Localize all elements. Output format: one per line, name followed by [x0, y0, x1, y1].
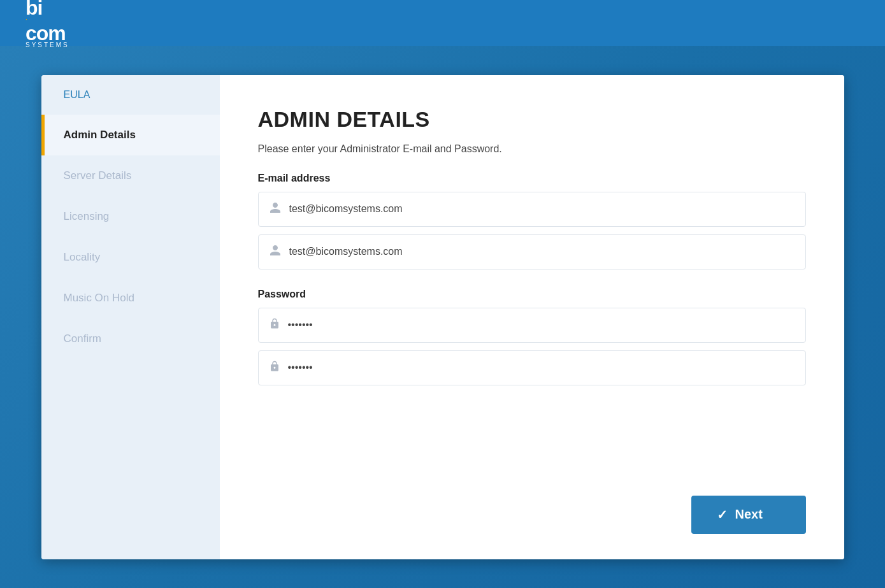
content-area: ADMIN DETAILS Please enter your Administ… [220, 75, 844, 559]
check-icon: ✓ [717, 507, 728, 522]
user-icon-1 [269, 201, 282, 217]
password-section: Password [258, 289, 806, 393]
logo-subtitle: SYSTEMS [25, 42, 69, 48]
sidebar-item-licensing[interactable]: Licensing [41, 196, 220, 237]
page-title: ADMIN DETAILS [258, 107, 806, 132]
sidebar-item-locality[interactable]: Locality [41, 237, 220, 278]
logo-dot: · [25, 17, 69, 23]
password-input-1-group [258, 308, 806, 343]
spacer [258, 393, 806, 477]
next-button[interactable]: ✓ Next [691, 496, 806, 534]
sidebar-item-music-on-hold[interactable]: Music On Hold [41, 278, 220, 319]
button-row: ✓ Next [258, 496, 806, 534]
password-input-2-group [258, 350, 806, 385]
email-section-label: E-mail address [258, 173, 806, 184]
email-input-2[interactable] [289, 246, 795, 257]
page-description: Please enter your Administrator E-mail a… [258, 143, 806, 155]
email-input-1[interactable] [289, 203, 795, 215]
email-input-1-group [258, 192, 806, 227]
sidebar-item-eula[interactable]: EULA [41, 75, 220, 115]
sidebar-item-confirm[interactable]: Confirm [41, 319, 220, 359]
password-section-label: Password [258, 289, 806, 300]
sidebar-item-admin-details[interactable]: Admin Details [41, 115, 220, 155]
lock-icon-1 [269, 317, 280, 333]
next-button-label: Next [735, 507, 763, 522]
email-input-2-group [258, 234, 806, 269]
password-input-2[interactable] [288, 362, 795, 373]
sidebar-item-server-details[interactable]: Server Details [41, 155, 220, 196]
sidebar: EULA Admin Details Server Details Licens… [41, 75, 220, 559]
main-container: EULA Admin Details Server Details Licens… [41, 75, 844, 559]
password-input-1[interactable] [288, 319, 795, 331]
top-bar: bi·com SYSTEMS [0, 0, 885, 46]
logo: bi·com SYSTEMS [25, 0, 69, 48]
user-icon-2 [269, 244, 282, 260]
lock-icon-2 [269, 360, 280, 376]
